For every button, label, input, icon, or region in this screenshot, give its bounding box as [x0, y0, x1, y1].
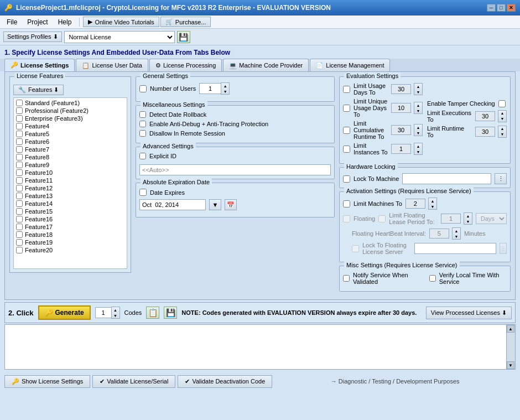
- generate-button[interactable]: 🔑 Generate: [38, 305, 91, 320]
- feature-checkbox-7[interactable]: [16, 146, 23, 153]
- lease-down[interactable]: ▼: [464, 219, 472, 224]
- feature-checkbox-16[interactable]: [16, 216, 23, 222]
- lease-period-checkbox[interactable]: [378, 215, 386, 222]
- date-input[interactable]: Oct 02, 2014: [139, 199, 206, 210]
- eval-down-3[interactable]: ▼: [414, 130, 422, 136]
- eval-down-2[interactable]: ▼: [414, 108, 422, 113]
- lock-to-machine-input[interactable]: [402, 173, 491, 184]
- eval-up-1[interactable]: ▲: [414, 84, 422, 89]
- validate-license-button[interactable]: ✔ Validate License/Serial: [92, 375, 175, 388]
- num-users-input[interactable]: 1: [199, 83, 221, 94]
- runtime-down[interactable]: ▼: [498, 132, 506, 137]
- runtime-up[interactable]: ▲: [498, 126, 506, 132]
- detect-date-rollback-checkbox[interactable]: [139, 111, 146, 118]
- purchase-button[interactable]: 🛒 Purchase...: [160, 17, 211, 27]
- show-license-settings-button[interactable]: 🔑 Show License Settings: [4, 375, 90, 388]
- minimize-button[interactable]: ─: [487, 4, 496, 12]
- limit-instances-checkbox[interactable]: [343, 146, 350, 153]
- feature-checkbox-15[interactable]: [16, 208, 23, 215]
- lease-value-input[interactable]: 1: [441, 214, 461, 224]
- codes-count-input[interactable]: 1: [95, 307, 112, 318]
- lock-machine-browse-button[interactable]: ⋮: [495, 173, 507, 184]
- exec-down[interactable]: ▼: [498, 116, 506, 122]
- explicit-id-checkbox[interactable]: [139, 153, 146, 159]
- eval-down-4[interactable]: ▼: [414, 149, 422, 154]
- limit-cumulative-runtime-input[interactable]: 30: [391, 125, 411, 135]
- feature-checkbox-14[interactable]: [16, 200, 23, 207]
- feature-checkbox-3[interactable]: [16, 115, 23, 122]
- heartbeat-input[interactable]: 5: [429, 229, 449, 238]
- heartbeat-down[interactable]: ▼: [453, 234, 460, 239]
- copy-codes-button[interactable]: 📋: [146, 307, 159, 319]
- enable-tamper-checkbox[interactable]: [498, 100, 506, 107]
- anti-debug-checkbox[interactable]: [139, 121, 146, 127]
- lease-up[interactable]: ▲: [464, 213, 472, 219]
- save-codes-button[interactable]: 💾: [164, 307, 177, 319]
- date-expires-checkbox[interactable]: [139, 189, 147, 196]
- disallow-remote-checkbox[interactable]: [139, 130, 146, 137]
- exec-up[interactable]: ▲: [498, 111, 506, 116]
- limit-unique-days-input[interactable]: 10: [391, 103, 411, 113]
- tab-license-management[interactable]: 📄 License Management: [310, 59, 390, 71]
- feature-checkbox-11[interactable]: [16, 177, 23, 184]
- menu-file[interactable]: File: [2, 17, 22, 27]
- eval-up-3[interactable]: ▲: [414, 125, 422, 130]
- eval-up-2[interactable]: ▲: [414, 102, 422, 108]
- close-button[interactable]: ✕: [507, 4, 516, 12]
- floating-checkbox[interactable]: [343, 215, 350, 222]
- codes-count-down[interactable]: ▼: [112, 313, 119, 318]
- feature-checkbox-2[interactable]: [16, 107, 23, 114]
- limit-usage-days-checkbox[interactable]: [343, 86, 350, 93]
- date-dropdown-button[interactable]: ▼: [209, 199, 221, 210]
- tab-license-processing[interactable]: ⚙ License Processing: [149, 59, 222, 71]
- restore-button[interactable]: □: [497, 4, 506, 12]
- feature-checkbox-13[interactable]: [16, 193, 23, 199]
- limit-instances-input[interactable]: 1: [391, 144, 411, 154]
- feature-checkbox-10[interactable]: [16, 169, 23, 176]
- tab-machine-code-provider[interactable]: 💻 Machine Code Provider: [223, 59, 309, 71]
- lock-to-machine-checkbox[interactable]: [343, 175, 350, 183]
- tab-license-user-data[interactable]: 📋 License User Data: [76, 59, 148, 71]
- online-tutorials-button[interactable]: ▶ Online Video Tutorials: [83, 17, 159, 27]
- view-processed-licenses-button[interactable]: View Processed Licenses ⬇: [426, 307, 512, 319]
- limit-usage-days-input[interactable]: 30: [391, 84, 411, 94]
- menu-project[interactable]: Project: [23, 17, 52, 27]
- feature-checkbox-20[interactable]: [16, 247, 23, 253]
- eval-down-1[interactable]: ▼: [414, 89, 422, 95]
- feature-checkbox-8[interactable]: [16, 154, 23, 160]
- feature-checkbox-1[interactable]: [16, 100, 23, 106]
- num-users-up[interactable]: ▲: [221, 83, 229, 89]
- limit-runtime-input[interactable]: 30: [475, 127, 495, 137]
- days-select[interactable]: Days: [476, 213, 507, 224]
- feature-checkbox-19[interactable]: [16, 239, 23, 246]
- menu-help[interactable]: Help: [54, 17, 76, 27]
- machines-up[interactable]: ▲: [429, 198, 436, 204]
- heartbeat-up[interactable]: ▲: [453, 228, 460, 234]
- limit-machines-input[interactable]: 2: [405, 199, 425, 209]
- features-dropdown-button[interactable]: 🔧 Features ⬇: [13, 85, 64, 95]
- feature-checkbox-9[interactable]: [16, 162, 23, 168]
- notify-service-checkbox[interactable]: [343, 275, 350, 282]
- code-output-textarea[interactable]: [4, 324, 507, 370]
- verify-local-time-checkbox[interactable]: [429, 275, 436, 282]
- lock-floating-browse-button[interactable]: ⋮: [500, 243, 507, 254]
- date-calendar-button[interactable]: 📅: [225, 199, 237, 210]
- save-button[interactable]: 💾: [177, 31, 190, 43]
- eval-up-4[interactable]: ▲: [414, 143, 422, 149]
- limit-unique-days-checkbox[interactable]: [343, 105, 350, 112]
- limit-cumulative-runtime-checkbox[interactable]: [343, 127, 350, 134]
- limit-executions-input[interactable]: 30: [475, 111, 495, 121]
- feature-checkbox-6[interactable]: [16, 138, 23, 145]
- num-users-checkbox[interactable]: [139, 85, 147, 92]
- feature-checkbox-18[interactable]: [16, 231, 23, 238]
- explicit-id-input[interactable]: [139, 164, 331, 175]
- profile-select[interactable]: Normal License: [64, 31, 175, 43]
- feature-checkbox-5[interactable]: [16, 131, 23, 137]
- limit-machines-checkbox[interactable]: [343, 200, 350, 208]
- settings-profiles-dropdown[interactable]: Settings Profiles ⬇: [3, 32, 62, 42]
- tab-license-settings[interactable]: 🔑 License Settings: [4, 59, 75, 71]
- machines-down[interactable]: ▼: [429, 204, 436, 209]
- scroll-down-button[interactable]: ▼: [507, 361, 514, 369]
- feature-checkbox-4[interactable]: [16, 123, 23, 129]
- feature-checkbox-17[interactable]: [16, 224, 23, 230]
